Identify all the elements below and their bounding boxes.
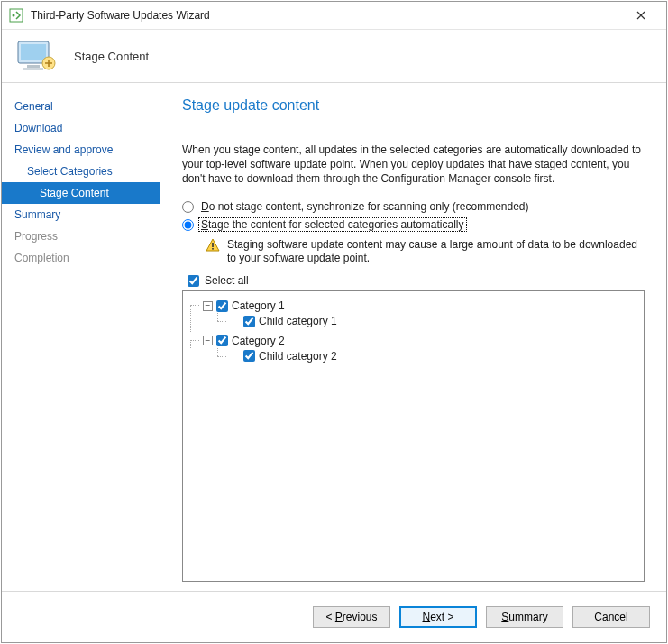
svg-point-1 <box>13 14 15 17</box>
tree-node-row[interactable]: Child category 2 <box>230 349 337 363</box>
tree-collapse-icon[interactable]: − <box>203 336 213 345</box>
wizard-body: GeneralDownloadReview and approveSelect … <box>2 83 666 591</box>
select-all[interactable]: Select all <box>188 274 645 287</box>
tree-node-row[interactable]: −Category 1 <box>203 299 285 313</box>
tree-leaf-spacer <box>230 317 240 327</box>
wizard-main: Stage update content When you stage cont… <box>160 83 666 591</box>
svg-rect-5 <box>23 68 43 70</box>
window-title: Third-Party Software Updates Wizard <box>31 9 623 22</box>
warning-icon <box>206 238 220 253</box>
radio-stage-auto-input[interactable] <box>182 219 194 231</box>
tree-node-label: Child category 2 <box>259 349 337 363</box>
tree-node: Child category 2 <box>217 348 638 366</box>
category-tree-box: −Category 1Child category 1−Category 2Ch… <box>182 290 645 582</box>
wizard-nav: GeneralDownloadReview and approveSelect … <box>2 83 160 591</box>
close-icon <box>636 11 645 20</box>
radio-stage-auto-label: Stage the content for selected categorie… <box>199 218 466 231</box>
tree-node-label: Category 2 <box>232 334 285 348</box>
warning-text: Staging software update content may caus… <box>227 238 645 265</box>
nav-item-summary[interactable]: Summary <box>2 204 160 225</box>
nav-item-progress: Progress <box>2 225 160 247</box>
nav-item-review-and-approve[interactable]: Review and approve <box>2 139 160 161</box>
radio-do-not-stage[interactable]: Do not stage content, synchronize for sc… <box>182 200 645 213</box>
tree-collapse-icon[interactable]: − <box>203 301 213 311</box>
radio-stage-auto[interactable]: Stage the content for selected categorie… <box>182 218 645 231</box>
page-title: Stage update content <box>182 97 645 114</box>
intro-text: When you stage content, all updates in t… <box>182 143 645 186</box>
nav-item-select-categories[interactable]: Select Categories <box>2 161 160 182</box>
nav-item-general[interactable]: General <box>2 96 160 117</box>
tree-node-checkbox[interactable] <box>243 350 255 362</box>
wizard-window: Third-Party Software Updates Wizard Stag… <box>1 1 667 643</box>
wizard-footer: < Previous Next > Summary Cancel <box>2 591 666 642</box>
wizard-header: Stage Content <box>2 30 666 83</box>
close-button[interactable] <box>623 2 659 29</box>
select-all-checkbox[interactable] <box>188 275 199 287</box>
summary-button[interactable]: Summary <box>486 606 563 628</box>
previous-button[interactable]: < Previous <box>313 606 390 628</box>
tree-node-checkbox[interactable] <box>216 335 228 346</box>
app-icon <box>9 8 23 23</box>
category-tree: −Category 1Child category 1−Category 2Ch… <box>188 297 638 366</box>
nav-item-stage-content[interactable]: Stage Content <box>2 182 160 204</box>
tree-node-row[interactable]: Child category 1 <box>230 314 337 328</box>
titlebar: Third-Party Software Updates Wizard <box>2 2 666 30</box>
warning-row: Staging software update content may caus… <box>206 238 645 265</box>
tree-node: −Category 1Child category 1 <box>190 297 638 332</box>
tree-node-label: Category 1 <box>232 299 285 313</box>
tree-node: −Category 2Child category 2 <box>190 332 638 367</box>
svg-rect-4 <box>27 65 40 68</box>
nav-item-completion: Completion <box>2 247 160 269</box>
radio-do-not-stage-label: Do not stage content, synchronize for sc… <box>199 200 531 213</box>
tree-node-checkbox[interactable] <box>216 300 228 312</box>
header-page-label: Stage Content <box>74 50 149 63</box>
svg-rect-7 <box>212 243 214 247</box>
tree-node-row[interactable]: −Category 2 <box>203 334 285 348</box>
nav-item-download[interactable]: Download <box>2 117 160 139</box>
tree-leaf-spacer <box>230 351 240 361</box>
radio-do-not-stage-input[interactable] <box>182 201 194 213</box>
tree-node-checkbox[interactable] <box>243 316 255 327</box>
tree-node-label: Child category 1 <box>259 314 337 328</box>
select-all-label: Select all <box>205 274 249 287</box>
monitor-icon <box>14 38 58 74</box>
svg-rect-3 <box>21 44 46 60</box>
cancel-button[interactable]: Cancel <box>572 606 650 628</box>
svg-rect-8 <box>212 248 214 250</box>
next-button[interactable]: Next > <box>399 606 477 628</box>
tree-node: Child category 1 <box>217 313 638 331</box>
